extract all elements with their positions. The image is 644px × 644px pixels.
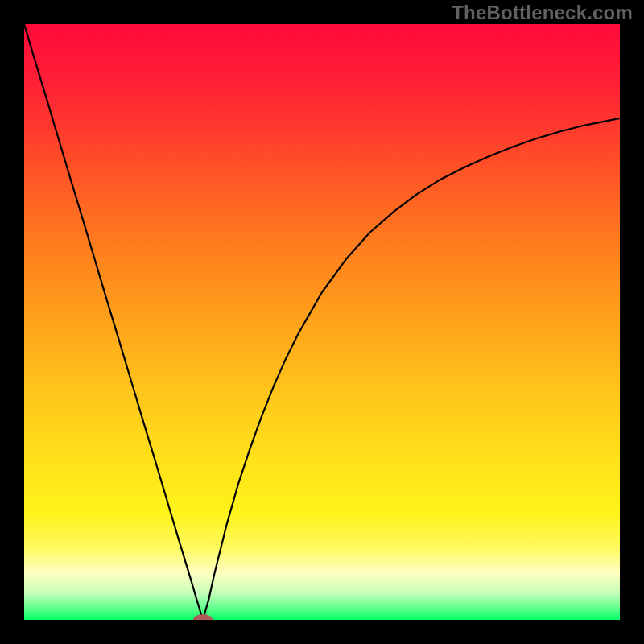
chart-container: TheBottleneck.com [0,0,644,644]
bottleneck-chart [24,24,620,620]
watermark-text: TheBottleneck.com [452,2,633,24]
